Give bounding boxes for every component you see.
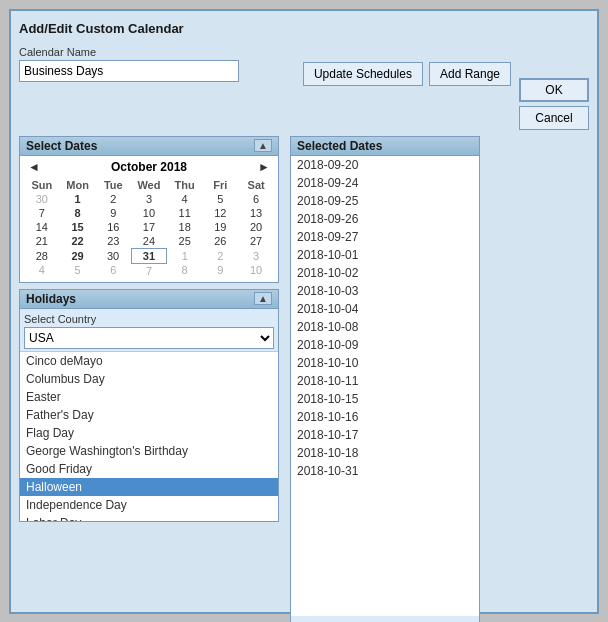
- calendar-day[interactable]: 28: [24, 248, 60, 263]
- prev-month-button[interactable]: ◄: [24, 160, 44, 174]
- cal-header-mon: Mon: [60, 178, 96, 192]
- next-month-button[interactable]: ►: [254, 160, 274, 174]
- selected-date-item[interactable]: 2018-09-26: [291, 210, 479, 228]
- calendar-day[interactable]: 25: [167, 234, 203, 249]
- calendar-day[interactable]: 9: [203, 263, 239, 278]
- select-country-label: Select Country: [24, 313, 274, 325]
- cancel-button[interactable]: Cancel: [519, 106, 589, 130]
- selected-date-item[interactable]: 2018-10-17: [291, 426, 479, 444]
- calendar-day[interactable]: 29: [60, 248, 96, 263]
- holiday-item[interactable]: Easter: [20, 388, 278, 406]
- calendar-day[interactable]: 2: [95, 192, 131, 206]
- selected-date-item[interactable]: 2018-10-08: [291, 318, 479, 336]
- calendar-day[interactable]: 5: [60, 263, 96, 278]
- selected-date-item[interactable]: 2018-10-09: [291, 336, 479, 354]
- add-range-button[interactable]: Add Range: [429, 62, 511, 86]
- select-dates-collapse[interactable]: ▲: [254, 139, 272, 152]
- calendar-name-input[interactable]: [19, 60, 239, 82]
- selected-date-item[interactable]: 2018-10-10: [291, 354, 479, 372]
- select-dates-section: Select Dates ▲ ◄ October 2018 ► Sun Mon: [19, 136, 279, 283]
- selected-date-item[interactable]: 2018-10-15: [291, 390, 479, 408]
- selected-dates-label: Selected Dates: [297, 139, 382, 153]
- selected-date-item[interactable]: 2018-09-25: [291, 192, 479, 210]
- select-dates-header: Select Dates ▲: [20, 137, 278, 156]
- calendar-day[interactable]: 19: [203, 220, 239, 234]
- calendar-name-label: Calendar Name: [19, 46, 295, 58]
- holiday-item[interactable]: Labor Day: [20, 514, 278, 521]
- calendar-day[interactable]: 3: [238, 248, 274, 263]
- calendar-day[interactable]: 9: [95, 206, 131, 220]
- selected-date-item[interactable]: 2018-09-24: [291, 174, 479, 192]
- holiday-item[interactable]: Father's Day: [20, 406, 278, 424]
- calendar-day[interactable]: 1: [167, 248, 203, 263]
- cal-header-tue: Tue: [95, 178, 131, 192]
- selected-date-item[interactable]: 2018-10-16: [291, 408, 479, 426]
- dialog: Add/Edit Custom Calendar Calendar Name U…: [9, 9, 599, 614]
- selected-date-item[interactable]: 2018-10-04: [291, 300, 479, 318]
- selected-date-item[interactable]: 2018-10-02: [291, 264, 479, 282]
- calendar-day[interactable]: 14: [24, 220, 60, 234]
- selected-date-item[interactable]: 2018-10-11: [291, 372, 479, 390]
- calendar-day[interactable]: 6: [95, 263, 131, 278]
- calendar-day[interactable]: 2: [203, 248, 239, 263]
- calendar-day[interactable]: 6: [238, 192, 274, 206]
- calendar-day[interactable]: 7: [24, 206, 60, 220]
- holiday-item[interactable]: Cinco deMayo: [20, 352, 278, 370]
- calendar-day[interactable]: 20: [238, 220, 274, 234]
- calendar-day[interactable]: 12: [203, 206, 239, 220]
- calendar-day[interactable]: 16: [95, 220, 131, 234]
- holiday-item[interactable]: Columbus Day: [20, 370, 278, 388]
- calendar-month-year: October 2018: [111, 160, 187, 174]
- holiday-item[interactable]: George Washington's Birthday: [20, 442, 278, 460]
- calendar-day[interactable]: 7: [131, 263, 167, 278]
- selected-date-item[interactable]: 2018-10-03: [291, 282, 479, 300]
- calendar-day[interactable]: 1: [60, 192, 96, 206]
- calendar-day[interactable]: 8: [167, 263, 203, 278]
- calendar-nav: ◄ October 2018 ►: [24, 160, 274, 174]
- calendar-day[interactable]: 13: [238, 206, 274, 220]
- cal-header-sat: Sat: [238, 178, 274, 192]
- calendar-day[interactable]: 10: [238, 263, 274, 278]
- calendar-day[interactable]: 21: [24, 234, 60, 249]
- calendar-day[interactable]: 23: [95, 234, 131, 249]
- calendar-day[interactable]: 31: [131, 248, 167, 263]
- country-select[interactable]: USACanadaUKAustralia: [24, 327, 274, 349]
- calendar-day[interactable]: 26: [203, 234, 239, 249]
- calendar-day[interactable]: 11: [167, 206, 203, 220]
- calendar-day[interactable]: 4: [24, 263, 60, 278]
- cal-header-thu: Thu: [167, 178, 203, 192]
- holidays-header: Holidays ▲: [20, 290, 278, 309]
- calendar-day[interactable]: 8: [60, 206, 96, 220]
- holiday-item[interactable]: Good Friday: [20, 460, 278, 478]
- cal-header-wed: Wed: [131, 178, 167, 192]
- calendar-day[interactable]: 30: [24, 192, 60, 206]
- holidays-collapse[interactable]: ▲: [254, 292, 272, 305]
- calendar-day[interactable]: 10: [131, 206, 167, 220]
- calendar-day[interactable]: 3: [131, 192, 167, 206]
- selected-date-item[interactable]: 2018-10-01: [291, 246, 479, 264]
- selected-date-item[interactable]: 2018-09-27: [291, 228, 479, 246]
- calendar-day[interactable]: 30: [95, 248, 131, 263]
- calendar-day[interactable]: 18: [167, 220, 203, 234]
- calendar-day[interactable]: 24: [131, 234, 167, 249]
- holiday-item[interactable]: Halloween: [20, 478, 278, 496]
- calendar-day[interactable]: 17: [131, 220, 167, 234]
- selected-date-item[interactable]: 2018-09-20: [291, 156, 479, 174]
- cal-header-sun: Sun: [24, 178, 60, 192]
- ok-button[interactable]: OK: [519, 78, 589, 102]
- selected-date-item[interactable]: 2018-10-18: [291, 444, 479, 462]
- holiday-item[interactable]: Flag Day: [20, 424, 278, 442]
- holidays-label: Holidays: [26, 292, 76, 306]
- holiday-item[interactable]: Independence Day: [20, 496, 278, 514]
- update-schedules-button[interactable]: Update Schedules: [303, 62, 423, 86]
- calendar-day[interactable]: 4: [167, 192, 203, 206]
- selected-date-item[interactable]: 2018-10-31: [291, 462, 479, 480]
- calendar-day[interactable]: 15: [60, 220, 96, 234]
- calendar-day[interactable]: 27: [238, 234, 274, 249]
- calendar-grid: Sun Mon Tue Wed Thu Fri Sat 301234567891…: [24, 178, 274, 278]
- selected-dates-header: Selected Dates: [291, 137, 479, 156]
- selected-dates-list: 2018-09-202018-09-242018-09-252018-09-26…: [291, 156, 479, 616]
- cal-header-fri: Fri: [203, 178, 239, 192]
- calendar-day[interactable]: 5: [203, 192, 239, 206]
- calendar-day[interactable]: 22: [60, 234, 96, 249]
